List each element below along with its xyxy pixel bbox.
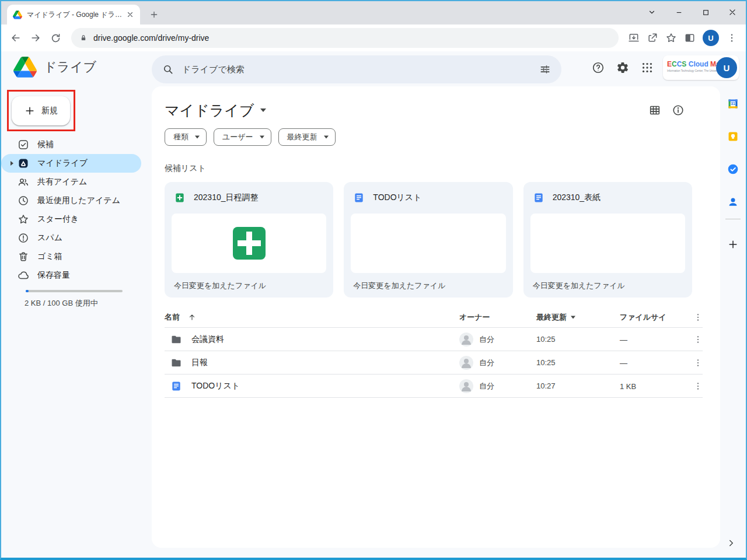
sidebar-item-my-drive[interactable]: マイドライブ bbox=[1, 154, 141, 173]
column-name[interactable]: 名前 bbox=[165, 312, 180, 323]
tasks-icon[interactable] bbox=[727, 163, 739, 175]
window-close-button[interactable] bbox=[719, 1, 746, 23]
window-controls bbox=[638, 1, 746, 23]
storage-progress-fill bbox=[26, 290, 29, 292]
sidebar-item-starred[interactable]: スター付き bbox=[1, 210, 141, 229]
apps-grid-icon[interactable] bbox=[635, 55, 659, 80]
row-menu-icon[interactable] bbox=[693, 358, 703, 368]
suggestion-card[interactable]: 202310_日程調整 今日変更を加えたファイル bbox=[165, 182, 333, 298]
side-panel-icon[interactable] bbox=[680, 28, 699, 48]
file-size: — bbox=[620, 359, 627, 368]
eccs-subtitle: Information Technology Center, The Unive… bbox=[667, 69, 717, 72]
file-table: 名前 オーナー 最終更新 ファイルサイ bbox=[165, 307, 703, 398]
sidebar-item-storage[interactable]: 保存容量 bbox=[1, 266, 141, 285]
help-icon[interactable] bbox=[586, 55, 610, 80]
search-icon bbox=[162, 64, 174, 75]
column-settings-icon[interactable] bbox=[693, 313, 703, 322]
folder-icon bbox=[170, 334, 182, 345]
eccs-logo: ECCS Cloud Mail Information Technology C… bbox=[667, 60, 717, 72]
window-chevron-icon[interactable] bbox=[638, 1, 665, 23]
sheets-file-icon bbox=[174, 192, 186, 204]
browser-menu-icon[interactable] bbox=[722, 28, 741, 48]
filter-chip-people[interactable]: ユーザー bbox=[214, 128, 271, 146]
search-bar[interactable]: ドライブで検索 bbox=[152, 55, 561, 83]
column-size[interactable]: ファイルサイ bbox=[620, 313, 666, 321]
expand-caret-icon[interactable] bbox=[11, 161, 13, 166]
info-icon[interactable] bbox=[666, 99, 690, 122]
filter-chip-modified[interactable]: 最終更新 bbox=[278, 128, 336, 146]
drive-app-name: ドライブ bbox=[44, 58, 96, 76]
grid-view-icon[interactable] bbox=[643, 99, 666, 122]
contacts-icon[interactable] bbox=[727, 196, 739, 208]
sidebar-nav: 候補 マイドライブ 共有アイテム bbox=[1, 135, 141, 285]
new-tab-button[interactable] bbox=[148, 9, 160, 20]
tab-title: マイドライブ - Google ドライブ bbox=[27, 10, 125, 20]
browser-toolbar: drive.google.com/drive/my-drive U bbox=[1, 24, 746, 51]
my-drive-icon bbox=[18, 158, 29, 169]
svg-text:31: 31 bbox=[731, 102, 735, 106]
appbar-right: ECCS Cloud Mail Information Technology C… bbox=[586, 55, 739, 80]
rail-divider bbox=[725, 219, 741, 219]
modified-time: 10:25 bbox=[536, 335, 556, 344]
people-icon bbox=[18, 176, 29, 188]
cloud-icon bbox=[18, 270, 29, 281]
settings-gear-icon[interactable] bbox=[610, 55, 635, 80]
star-icon bbox=[18, 214, 29, 225]
suggestion-card[interactable]: TODOリスト 今日変更を加えたファイル bbox=[344, 182, 512, 298]
install-icon[interactable] bbox=[624, 28, 643, 48]
card-caption: 今日変更を加えたファイル bbox=[165, 273, 333, 291]
check-square-icon bbox=[18, 139, 29, 150]
row-menu-icon[interactable] bbox=[693, 382, 703, 391]
filter-chips: 種類 ユーザー 最終更新 bbox=[165, 128, 703, 146]
column-modified[interactable]: 最終更新 bbox=[536, 312, 567, 323]
browser-tab[interactable]: マイドライブ - Google ドライブ bbox=[7, 5, 140, 24]
column-owner[interactable]: オーナー bbox=[459, 312, 490, 323]
owner-name: 自分 bbox=[479, 334, 494, 345]
share-icon[interactable] bbox=[643, 28, 662, 48]
owner-avatar-icon bbox=[459, 379, 473, 393]
drive-brand[interactable]: ドライブ bbox=[13, 57, 96, 78]
window-minimize-button[interactable] bbox=[665, 1, 692, 23]
get-addons-icon[interactable] bbox=[727, 239, 739, 250]
chevron-down-icon bbox=[260, 136, 264, 139]
account-avatar[interactable]: U bbox=[716, 57, 737, 78]
back-button[interactable] bbox=[6, 28, 26, 48]
suggestions-section-label: 候補リスト bbox=[165, 163, 703, 174]
title-dropdown-caret-icon[interactable] bbox=[260, 108, 266, 112]
suggestion-card[interactable]: 202310_表紙 今日変更を加えたファイル bbox=[523, 182, 692, 298]
annotation-red-box bbox=[7, 90, 75, 131]
forward-button[interactable] bbox=[26, 28, 46, 48]
sidebar-item-trash[interactable]: ゴミ箱 bbox=[1, 247, 141, 266]
docs-file-icon bbox=[533, 192, 544, 204]
browser-profile-avatar[interactable]: U bbox=[703, 30, 719, 46]
drive-appbar: ドライブ ドライブで検索 bbox=[1, 51, 746, 86]
search-placeholder: ドライブで検索 bbox=[182, 64, 539, 75]
sidebar-item-recent[interactable]: 最近使用したアイテム bbox=[1, 191, 141, 210]
table-row[interactable]: 会議資料 自分 10:25 — bbox=[165, 328, 703, 351]
address-bar[interactable]: drive.google.com/drive/my-drive bbox=[71, 28, 619, 48]
sidebar-item-shared[interactable]: 共有アイテム bbox=[1, 173, 141, 191]
keep-icon[interactable] bbox=[727, 131, 739, 142]
reload-button[interactable] bbox=[46, 28, 65, 48]
window-maximize-button[interactable] bbox=[692, 1, 719, 23]
calendar-icon[interactable]: 31 bbox=[727, 98, 739, 110]
sidebar-item-suggestions[interactable]: 候補 bbox=[1, 135, 141, 154]
filter-chip-type[interactable]: 種類 bbox=[165, 128, 207, 146]
side-panel-rail: 31 bbox=[720, 86, 746, 558]
chevron-down-icon bbox=[195, 136, 200, 139]
sort-ascending-icon[interactable] bbox=[188, 313, 196, 321]
table-row[interactable]: 日報 自分 10:25 — bbox=[165, 351, 703, 374]
show-side-panel-icon[interactable] bbox=[726, 538, 736, 548]
bookmark-star-icon[interactable] bbox=[662, 28, 680, 48]
table-row[interactable]: TODOリスト 自分 10:27 1 KB bbox=[165, 374, 703, 398]
clock-icon bbox=[18, 195, 29, 206]
modified-time: 10:27 bbox=[536, 382, 556, 390]
row-menu-icon[interactable] bbox=[693, 335, 703, 344]
sidebar-item-spam[interactable]: スパム bbox=[1, 229, 141, 247]
file-size: 1 KB bbox=[620, 382, 636, 391]
account-badge[interactable]: ECCS Cloud Mail Information Technology C… bbox=[663, 55, 739, 80]
drive-app: ドライブ ドライブで検索 bbox=[1, 51, 746, 558]
tab-close-icon[interactable] bbox=[125, 9, 135, 20]
search-options-icon[interactable] bbox=[539, 64, 551, 75]
owner-avatar-icon bbox=[459, 356, 473, 370]
